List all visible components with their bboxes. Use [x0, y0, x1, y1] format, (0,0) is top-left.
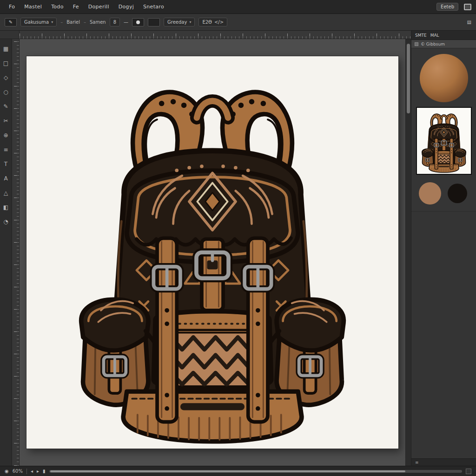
workspace: ▦ □ ◇ ○ ✎ ✂ ⊕ ≡ T A △ ◧ ◔ SMTE MAL © Gib… — [0, 31, 476, 466]
grid-tool-icon[interactable]: ▦ — [1, 45, 11, 53]
ellipse-tool-icon[interactable]: ○ — [1, 88, 11, 96]
black-swatch[interactable] — [448, 184, 467, 203]
brush-preview-icon[interactable]: ✎ — [5, 18, 17, 26]
menu-bar: Fo Mastel Todo Fe Doperill Dogyj Snetaro… — [0, 0, 476, 14]
text-tool-icon[interactable]: T — [1, 160, 11, 168]
layer-square-icon — [415, 42, 418, 46]
panel-subheader: © Gibbsum — [411, 40, 476, 48]
code-glyph-icon: </> — [214, 20, 224, 25]
menu-item-4[interactable]: Doperill — [84, 2, 113, 12]
menu-item-1[interactable]: Mastel — [20, 2, 46, 12]
backpack-illustration — [70, 60, 355, 444]
mode-select[interactable]: Greeday ▾ — [164, 18, 195, 26]
panel-tab-right[interactable]: MAL — [430, 33, 439, 38]
thumbnail-backpack-illustration — [420, 109, 468, 173]
panel-empty-area — [411, 211, 476, 458]
panel-toggle-icon[interactable]: ▤ — [467, 20, 471, 25]
horizontal-scrollbar-thumb[interactable] — [50, 470, 405, 472]
type-tool-icon[interactable]: A — [1, 174, 11, 183]
fill-toggle[interactable] — [148, 18, 160, 26]
cut-tool-icon[interactable]: ✂ — [1, 117, 11, 125]
status-divider — [26, 469, 27, 474]
chevron-down-icon: ▾ — [189, 20, 191, 24]
vertical-ruler — [12, 39, 20, 466]
menu-item-6[interactable]: Snetaro — [139, 2, 168, 12]
panel-footer-icon[interactable]: ≡ — [415, 460, 419, 465]
panel-subtitle: © Gibbsum — [421, 42, 445, 46]
nav-left-icon[interactable]: ◂ — [31, 469, 33, 474]
preset-dropdown[interactable]: Gakusuma ▾ — [20, 18, 57, 26]
canvas-area[interactable] — [20, 39, 405, 466]
chevron-down-icon: ▾ — [51, 20, 53, 24]
window-icon[interactable] — [464, 4, 471, 10]
polygon-tool-icon[interactable]: △ — [1, 189, 11, 197]
rotate-tool-icon[interactable]: ◔ — [1, 218, 11, 226]
vertical-scrollbar-thumb[interactable] — [407, 44, 410, 113]
artwork-thumbnail[interactable] — [416, 107, 472, 175]
scroll-handle-icon[interactable]: ▮ — [43, 469, 46, 474]
menu-item-5[interactable]: Dogyj — [114, 2, 138, 12]
status-bar: ◉ 60% ◂ ▸ ▮ — [0, 466, 476, 476]
menubar-right-button[interactable]: Eeteb — [436, 3, 458, 11]
panel-tab-bar: SMTE MAL — [411, 31, 476, 40]
size-field[interactable]: 8 — [110, 18, 120, 26]
right-panel: SMTE MAL © Gibbsum ≡ — [411, 31, 476, 466]
swatch-row — [411, 175, 476, 211]
artboard[interactable] — [26, 56, 398, 449]
ruler-corner — [0, 31, 20, 39]
status-icon: ◉ — [5, 469, 9, 474]
menu-item-3[interactable]: Fe — [69, 2, 83, 12]
panel-tab-left[interactable]: SMTE — [415, 33, 427, 38]
shape-tool-icon[interactable]: ◇ — [1, 73, 11, 82]
brown-swatch[interactable] — [419, 182, 441, 205]
swatch-toggle[interactable] — [132, 18, 144, 26]
options-bar: ✎ Gakusuma ▾ – Bariel – Samen 8 — Greeda… — [0, 14, 476, 31]
mode-select-label: Greeday — [167, 20, 187, 25]
menu-item-2[interactable]: Todo — [47, 2, 68, 12]
stroke-dash-icon[interactable]: — — [124, 20, 128, 25]
options-separator: – — [84, 20, 86, 25]
mask-tool-icon[interactable]: ◧ — [1, 203, 11, 212]
swatch-dot-icon — [136, 20, 140, 24]
zoom-level[interactable]: 60% — [13, 469, 23, 474]
horizontal-ruler — [20, 31, 411, 39]
tool-strip: ▦ □ ◇ ○ ✎ ✂ ⊕ ≡ T A △ ◧ ◔ — [0, 39, 12, 466]
status-end-box[interactable] — [466, 469, 471, 474]
menu-item-0[interactable]: Fo — [5, 2, 19, 12]
marquee-tool-icon[interactable]: □ — [1, 59, 11, 67]
horizontal-scrollbar[interactable] — [49, 470, 462, 473]
pen-tool-icon[interactable]: ✎ — [1, 102, 11, 111]
style-label[interactable]: Bariel — [66, 20, 80, 25]
color-sphere-swatch[interactable] — [420, 54, 468, 102]
panel-footer: ≡ — [411, 458, 476, 466]
code-chip[interactable]: E2Θ </> — [198, 18, 227, 26]
zoom-tool-icon[interactable]: ⊕ — [1, 131, 11, 139]
nav-right-icon[interactable]: ▸ — [37, 469, 39, 474]
mode-label[interactable]: Samen — [90, 20, 106, 25]
code-label: E2Θ — [202, 20, 212, 25]
options-separator: – — [60, 20, 63, 25]
lines-tool-icon[interactable]: ≡ — [1, 145, 11, 154]
size-value: 8 — [113, 20, 116, 25]
preset-label: Gakusuma — [24, 20, 49, 25]
vertical-scrollbar[interactable] — [405, 39, 411, 466]
